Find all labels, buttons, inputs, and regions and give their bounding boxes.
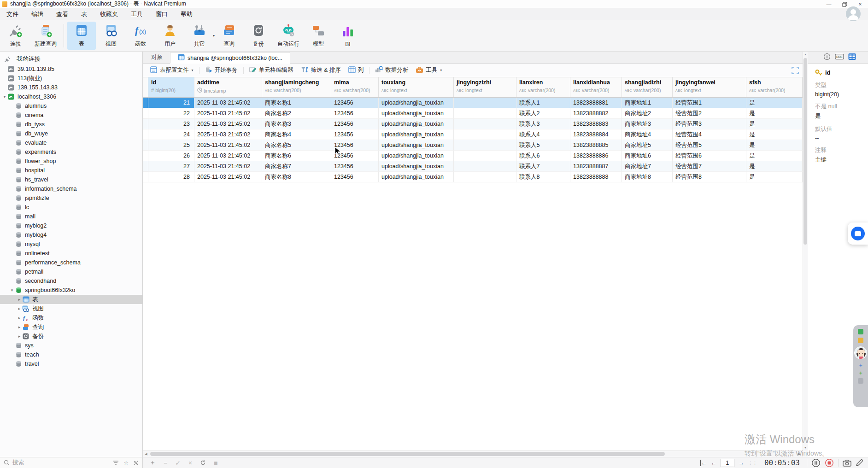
tree-item-视图[interactable]: ▸视图	[0, 304, 142, 313]
cell-mima[interactable]: 123456	[331, 108, 379, 119]
cell-id[interactable]: 26	[148, 151, 194, 161]
menu-item-窗口[interactable]: 窗口	[149, 8, 174, 20]
cell-mima[interactable]: 123456	[331, 161, 379, 172]
stop-button[interactable]: ■	[214, 459, 217, 467]
cell-lianxidianhua[interactable]: 13823888886	[570, 151, 622, 161]
vertical-scroll-thumb[interactable]	[803, 58, 807, 245]
column-header-addtime[interactable]: addtimetimestamp	[194, 77, 262, 97]
cell-shangjiamingcheng[interactable]: 商家名称4	[262, 129, 331, 140]
column-header-lianxiren[interactable]: lianxirenABCvarchar(200)	[516, 77, 570, 97]
cell-lianxidianhua[interactable]: 13823888881	[570, 98, 622, 108]
cell-touxiang[interactable]: upload/shangjia_touxian	[379, 151, 454, 161]
toolbar-button-BI[interactable]: BI	[334, 22, 362, 50]
cell-shangjiadizhi[interactable]: 商家地址2	[622, 108, 673, 119]
cell-id[interactable]: 23	[148, 119, 194, 129]
cell-lianxiren[interactable]: 联系人2	[516, 108, 570, 119]
cell-addtime[interactable]: 2025-11-03 21:45:02	[194, 151, 262, 161]
tree-item-jspm8izfe[interactable]: jspm8izfe	[0, 193, 142, 203]
cell-lianxiren[interactable]: 联系人6	[516, 151, 570, 161]
cell-sfsh[interactable]: 是	[746, 98, 803, 108]
tree-item-performance_schema[interactable]: performance_schema	[0, 258, 142, 267]
cell-lianxiren[interactable]: 联系人3	[516, 119, 570, 129]
horizontal-scroll-thumb[interactable]	[150, 452, 665, 456]
record-selector[interactable]	[143, 161, 148, 172]
cell-jingyingfanwei[interactable]: 经营范围4	[673, 129, 746, 140]
tree-item-myblog2[interactable]: myblog2	[0, 221, 142, 230]
chevron-down-icon[interactable]: ▾	[9, 288, 15, 292]
cell-shangjiamingcheng[interactable]: 商家名称6	[262, 151, 331, 161]
toolbar-button-表[interactable]: 表	[67, 22, 96, 50]
add-record-button[interactable]: ＋	[149, 459, 156, 467]
record-selector[interactable]	[143, 119, 148, 129]
favorites-icon[interactable]: ☆	[123, 460, 129, 466]
tree-item-备份[interactable]: ▸备份	[0, 332, 142, 341]
table-toolbar-开始事务[interactable]: 开始事务	[201, 64, 241, 77]
tree-item-flower_shop[interactable]: flower_shop	[0, 157, 142, 166]
recorder-add-blue[interactable]: ＋	[858, 363, 863, 367]
cell-shangjiamingcheng[interactable]: 商家名称3	[262, 119, 331, 129]
toolbar-button-自动运行[interactable]: 自动运行	[274, 22, 303, 50]
table-toolbar-单元格编辑器[interactable]: 单元格编辑器	[246, 64, 297, 77]
cell-jingyingzizhi[interactable]	[454, 140, 516, 151]
info-tab[interactable]	[823, 53, 831, 62]
chevron-right-icon[interactable]: ▸	[17, 334, 22, 339]
vertical-scrollbar[interactable]: ▲ ▼	[803, 52, 808, 457]
cell-shangjiamingcheng[interactable]: 商家名称8	[262, 172, 331, 182]
toolbar-button-模型[interactable]: 模型	[304, 22, 333, 50]
cell-addtime[interactable]: 2025-11-03 21:45:02	[194, 161, 262, 172]
record-selector[interactable]	[143, 151, 148, 161]
tree-item-onlinetest[interactable]: onlinetest	[0, 249, 142, 258]
tree-item-39.101.139.85[interactable]: 39.101.139.85	[0, 64, 142, 74]
chevron-down-icon[interactable]: ▾	[2, 94, 7, 99]
chevron-right-icon[interactable]: ▸	[17, 306, 22, 311]
connections-root[interactable]: 我的连接	[0, 53, 142, 64]
tree-item-mall[interactable]: mall	[0, 212, 142, 221]
cell-touxiang[interactable]: upload/shangjia_touxian	[379, 129, 454, 140]
cell-jingyingfanwei[interactable]: 经营范围5	[673, 140, 746, 151]
scroll-down-arrow[interactable]: ▼	[803, 445, 808, 450]
tree-item-db_tyss[interactable]: db_tyss	[0, 120, 142, 129]
cell-jingyingfanwei[interactable]: 经营范围6	[673, 151, 746, 161]
toolbar-button-连接[interactable]: 连接	[1, 22, 30, 50]
fullscreen-icon[interactable]	[792, 67, 799, 76]
chevron-right-icon[interactable]: ▸	[17, 297, 22, 302]
cell-touxiang[interactable]: upload/shangjia_touxian	[379, 108, 454, 119]
ddl-tab[interactable]: DDL	[835, 53, 844, 62]
tree-item-myblog4[interactable]: myblog4	[0, 230, 142, 240]
cell-touxiang[interactable]: upload/shangjia_touxian	[379, 161, 454, 172]
dropdown-arrow-icon[interactable]: ▾	[192, 68, 194, 72]
user-avatar[interactable]	[846, 6, 861, 21]
tree-item-lc[interactable]: lc	[0, 203, 142, 212]
cell-jingyingfanwei[interactable]: 经营范围3	[673, 119, 746, 129]
cell-mima[interactable]: 123456	[331, 129, 379, 140]
cell-lianxidianhua[interactable]: 13823888882	[570, 108, 622, 119]
next-page-button[interactable]: →	[739, 460, 744, 466]
tree-item-evaluate[interactable]: evaluate	[0, 138, 142, 147]
cell-shangjiamingcheng[interactable]: 商家名称5	[262, 140, 331, 151]
toolbar-button-其它[interactable]: 其它▾	[185, 22, 214, 50]
recorder-tool-icon-green[interactable]	[858, 329, 863, 334]
horizontal-scrollbar[interactable]: ◀ ▶	[143, 450, 803, 457]
cell-lianxidianhua[interactable]: 13823888884	[570, 129, 622, 140]
cell-lianxidianhua[interactable]: 13823888885	[570, 140, 622, 151]
tree-item-mysql[interactable]: mysql	[0, 240, 142, 249]
cell-mima[interactable]: 123456	[331, 172, 379, 182]
cell-shangjiamingcheng[interactable]: 商家名称1	[262, 98, 331, 108]
tab-objects[interactable]: 对象	[144, 52, 170, 63]
cell-jingyingzizhi[interactable]	[454, 98, 516, 108]
tree-item-表[interactable]: ▸表	[0, 295, 142, 304]
tree-item-113(物业)[interactable]: 113(物业)	[0, 74, 142, 83]
tree-item-experiments[interactable]: experiments	[0, 147, 142, 157]
cell-jingyingfanwei[interactable]: 经营范围8	[673, 172, 746, 182]
cell-mima[interactable]: 123456	[331, 151, 379, 161]
cell-sfsh[interactable]: 是	[746, 161, 803, 172]
tree-item-alumnus[interactable]: alumnus	[0, 101, 142, 111]
column-header-lianxidianhua[interactable]: lianxidianhuaABCvarchar(200)	[570, 77, 622, 97]
tree-item-localhost_3306[interactable]: ▾localhost_3306	[0, 92, 142, 101]
tree-item-hospital[interactable]: hospital	[0, 166, 142, 175]
page-input[interactable]: 1	[721, 459, 734, 467]
presenter-avatar[interactable]	[854, 346, 867, 359]
discard-changes-button[interactable]: ×	[188, 459, 192, 467]
record-selector[interactable]	[143, 108, 148, 119]
cell-jingyingzizhi[interactable]	[454, 129, 516, 140]
